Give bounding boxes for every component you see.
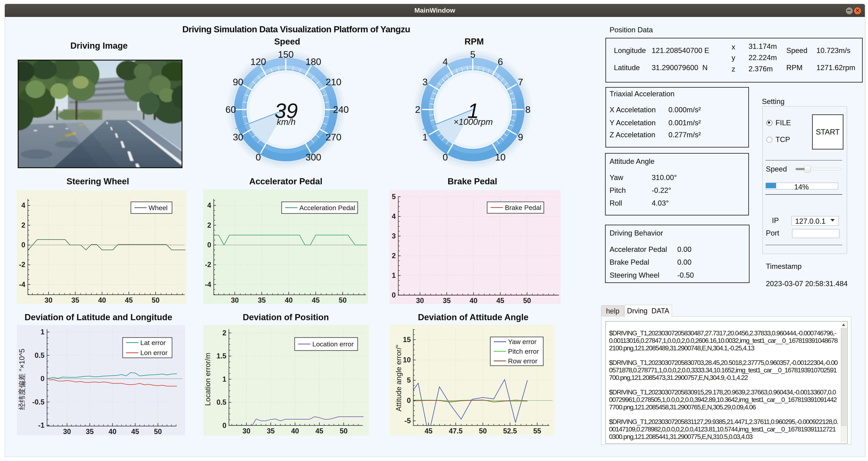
svg-text:Acceleration Pedal: Acceleration Pedal [299,204,355,211]
svg-text:5: 5 [392,193,396,201]
svg-text:0: 0 [40,375,44,383]
svg-text:-4: -4 [205,281,211,288]
svg-text:Row error: Row error [508,357,537,365]
svg-text:×1000rpm: ×1000rpm [454,117,493,126]
svg-text:35: 35 [71,296,79,304]
svg-text:-5: -5 [404,417,411,425]
svg-text:经纬度偏差 °×10^5: 经纬度偏差 °×10^5 [18,349,26,410]
svg-text:Brake Pedal: Brake Pedal [505,204,541,211]
svg-text:50: 50 [340,427,348,435]
svg-text:0: 0 [443,152,448,163]
svg-text:35: 35 [258,296,266,304]
svg-text:150: 150 [278,49,294,60]
svg-text:55: 55 [533,427,541,435]
svg-text:0: 0 [222,422,226,430]
svg-text:47.5: 47.5 [449,427,463,435]
svg-text:1: 1 [423,132,428,142]
svg-text:45: 45 [315,427,323,435]
svg-text:10: 10 [495,152,505,163]
svg-text:30: 30 [416,296,424,304]
svg-text:4: 4 [392,212,396,220]
svg-text:240: 240 [333,104,349,115]
svg-text:1: 1 [40,328,44,336]
svg-text:30: 30 [233,132,243,142]
svg-text:0: 0 [407,396,411,404]
svg-text:1: 1 [222,375,226,383]
svg-text:30: 30 [63,428,71,435]
svg-text:2: 2 [207,221,211,229]
svg-text:Wheel: Wheel [149,204,167,211]
svg-text:Location error: Location error [312,340,354,348]
svg-text:-1: -1 [38,421,44,429]
svg-text:km/h: km/h [277,117,296,126]
svg-text:50: 50 [339,296,347,304]
svg-text:Lon error: Lon error [140,349,167,356]
svg-text:120: 120 [250,57,266,67]
svg-text:Pitch error: Pitch error [508,348,539,355]
svg-text:0: 0 [392,291,396,299]
svg-text:9: 9 [518,132,523,142]
svg-text:50: 50 [152,296,159,304]
svg-text:6: 6 [498,57,503,67]
svg-text:2: 2 [21,221,25,229]
svg-text:35: 35 [86,428,94,435]
svg-text:1: 1 [392,271,396,280]
svg-text:5: 5 [407,376,411,384]
svg-text:40: 40 [470,296,477,304]
svg-text:-4: -4 [19,281,25,288]
svg-text:40: 40 [108,428,116,435]
svg-text:60: 60 [225,104,236,115]
svg-text:0.5: 0.5 [35,351,44,359]
svg-text:0: 0 [21,241,25,249]
svg-text:-2: -2 [205,261,211,268]
svg-text:45: 45 [312,296,320,304]
svg-text:300: 300 [306,152,321,163]
svg-text:1.5: 1.5 [217,352,226,360]
svg-text:50: 50 [479,427,487,435]
svg-text:10: 10 [403,356,411,364]
svg-text:30: 30 [243,427,250,435]
svg-text:45: 45 [425,427,432,435]
svg-text:0: 0 [256,152,261,163]
svg-text:8: 8 [525,104,531,115]
svg-text:50: 50 [154,428,162,435]
svg-text:35: 35 [267,427,275,435]
svg-text:180: 180 [306,57,321,67]
svg-text:Location error/m: Location error/m [204,353,212,406]
svg-text:90: 90 [233,77,243,87]
svg-text:Lat error: Lat error [140,339,166,346]
svg-text:40: 40 [98,296,106,304]
svg-text:4: 4 [443,57,448,67]
svg-text:2: 2 [415,104,421,115]
svg-text:45: 45 [125,296,133,304]
svg-text:270: 270 [326,132,341,142]
svg-text:4: 4 [207,201,211,209]
svg-text:-2: -2 [19,261,25,268]
svg-text:35: 35 [443,296,451,304]
svg-text:30: 30 [231,296,239,304]
svg-text:40: 40 [285,296,293,304]
svg-text:3: 3 [423,77,428,87]
svg-text:50: 50 [523,296,531,304]
svg-text:4: 4 [21,201,25,209]
svg-text:-0.5: -0.5 [32,398,44,406]
svg-text:2: 2 [222,329,226,337]
svg-text:0: 0 [207,241,211,249]
svg-text:7: 7 [518,77,523,87]
svg-text:Yaw error: Yaw error [508,338,536,345]
svg-text:30: 30 [44,296,52,304]
svg-text:3: 3 [392,232,396,240]
svg-text:45: 45 [131,428,139,435]
svg-text:52.5: 52.5 [503,427,517,435]
svg-text:45: 45 [496,296,504,304]
svg-text:40: 40 [291,427,299,435]
svg-text:0.5: 0.5 [217,398,226,406]
svg-text:5: 5 [470,49,475,60]
svg-text:210: 210 [326,77,341,87]
svg-text:15: 15 [403,336,411,344]
svg-text:2: 2 [392,252,396,260]
svg-text:Attitude angle error/°: Attitude angle error/° [395,344,403,411]
